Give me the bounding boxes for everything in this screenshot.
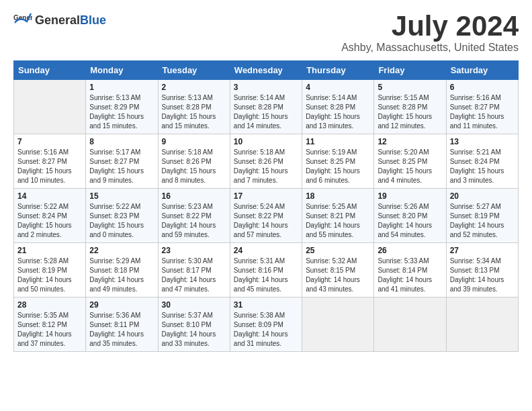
day-info: Sunrise: 5:15 AM Sunset: 8:28 PM Dayligh…: [378, 93, 442, 131]
calendar-cell: [14, 80, 86, 134]
day-number: 23: [162, 246, 226, 255]
day-info: Sunrise: 5:21 AM Sunset: 8:24 PM Dayligh…: [450, 148, 515, 185]
week-row-4: 21Sunrise: 5:28 AM Sunset: 8:19 PM Dayli…: [14, 243, 519, 298]
header-row: SundayMondayTuesdayWednesdayThursdayFrid…: [14, 61, 519, 80]
calendar-cell: 25Sunrise: 5:32 AM Sunset: 8:15 PM Dayli…: [302, 243, 374, 298]
day-info: Sunrise: 5:28 AM Sunset: 8:19 PM Dayligh…: [17, 257, 82, 294]
logo: General GeneralBlue: [13, 11, 106, 30]
day-number: 7: [17, 137, 82, 146]
day-number: 14: [17, 191, 82, 201]
day-info: Sunrise: 5:19 AM Sunset: 8:25 PM Dayligh…: [306, 148, 370, 185]
calendar-cell: 7Sunrise: 5:16 AM Sunset: 8:27 PM Daylig…: [14, 134, 86, 189]
calendar-cell: 13Sunrise: 5:21 AM Sunset: 8:24 PM Dayli…: [446, 134, 518, 189]
calendar-cell: 3Sunrise: 5:14 AM Sunset: 8:28 PM Daylig…: [230, 80, 302, 134]
day-info: Sunrise: 5:25 AM Sunset: 8:21 PM Dayligh…: [306, 202, 370, 240]
calendar-cell: 28Sunrise: 5:35 AM Sunset: 8:12 PM Dayli…: [14, 298, 86, 352]
day-info: Sunrise: 5:13 AM Sunset: 8:29 PM Dayligh…: [89, 93, 154, 131]
day-number: 8: [89, 137, 154, 146]
day-number: 29: [89, 300, 154, 310]
day-number: 26: [378, 246, 442, 255]
day-number: 2: [162, 83, 226, 92]
logo-icon: General: [13, 11, 32, 30]
calendar-cell: [446, 298, 518, 352]
day-number: 16: [162, 191, 226, 201]
header-day-sunday: Sunday: [14, 61, 86, 80]
main-title: July 2024: [341, 11, 519, 42]
day-info: Sunrise: 5:22 AM Sunset: 8:24 PM Dayligh…: [17, 202, 82, 240]
calendar-header: SundayMondayTuesdayWednesdayThursdayFrid…: [14, 61, 519, 80]
day-info: Sunrise: 5:33 AM Sunset: 8:14 PM Dayligh…: [378, 257, 442, 294]
calendar-cell: 15Sunrise: 5:22 AM Sunset: 8:23 PM Dayli…: [86, 189, 158, 243]
calendar-cell: 19Sunrise: 5:26 AM Sunset: 8:20 PM Dayli…: [374, 189, 446, 243]
calendar-cell: 11Sunrise: 5:19 AM Sunset: 8:25 PM Dayli…: [302, 134, 374, 189]
calendar-cell: 12Sunrise: 5:20 AM Sunset: 8:25 PM Dayli…: [374, 134, 446, 189]
day-info: Sunrise: 5:16 AM Sunset: 8:27 PM Dayligh…: [450, 93, 515, 131]
calendar-cell: 27Sunrise: 5:34 AM Sunset: 8:13 PM Dayli…: [446, 243, 518, 298]
day-number: 1: [89, 83, 154, 92]
header-day-wednesday: Wednesday: [230, 61, 302, 80]
calendar-cell: 16Sunrise: 5:23 AM Sunset: 8:22 PM Dayli…: [158, 189, 230, 243]
day-info: Sunrise: 5:26 AM Sunset: 8:20 PM Dayligh…: [378, 202, 442, 240]
day-number: 10: [234, 137, 298, 146]
calendar-cell: 22Sunrise: 5:29 AM Sunset: 8:18 PM Dayli…: [86, 243, 158, 298]
calendar-cell: [302, 298, 374, 352]
day-info: Sunrise: 5:14 AM Sunset: 8:28 PM Dayligh…: [234, 93, 298, 131]
calendar-cell: 14Sunrise: 5:22 AM Sunset: 8:24 PM Dayli…: [14, 189, 86, 243]
day-info: Sunrise: 5:20 AM Sunset: 8:25 PM Dayligh…: [378, 148, 442, 185]
calendar-cell: 18Sunrise: 5:25 AM Sunset: 8:21 PM Dayli…: [302, 189, 374, 243]
day-number: 4: [306, 83, 370, 92]
calendar-cell: 20Sunrise: 5:27 AM Sunset: 8:19 PM Dayli…: [446, 189, 518, 243]
week-row-2: 7Sunrise: 5:16 AM Sunset: 8:27 PM Daylig…: [14, 134, 519, 189]
calendar-cell: 8Sunrise: 5:17 AM Sunset: 8:27 PM Daylig…: [86, 134, 158, 189]
calendar-cell: 23Sunrise: 5:30 AM Sunset: 8:17 PM Dayli…: [158, 243, 230, 298]
day-number: 25: [306, 246, 370, 255]
day-number: 15: [89, 191, 154, 201]
day-info: Sunrise: 5:22 AM Sunset: 8:23 PM Dayligh…: [89, 202, 154, 240]
day-number: 13: [450, 137, 515, 146]
calendar-cell: 17Sunrise: 5:24 AM Sunset: 8:22 PM Dayli…: [230, 189, 302, 243]
day-info: Sunrise: 5:31 AM Sunset: 8:16 PM Dayligh…: [234, 257, 298, 294]
day-number: 24: [234, 246, 298, 255]
subtitle: Ashby, Massachusetts, United States: [341, 42, 519, 54]
day-info: Sunrise: 5:30 AM Sunset: 8:17 PM Dayligh…: [162, 257, 226, 294]
day-info: Sunrise: 5:34 AM Sunset: 8:13 PM Dayligh…: [450, 257, 515, 294]
calendar-cell: 9Sunrise: 5:18 AM Sunset: 8:26 PM Daylig…: [158, 134, 230, 189]
calendar-cell: 26Sunrise: 5:33 AM Sunset: 8:14 PM Dayli…: [374, 243, 446, 298]
day-info: Sunrise: 5:18 AM Sunset: 8:26 PM Dayligh…: [234, 148, 298, 185]
header-day-tuesday: Tuesday: [158, 61, 230, 80]
logo-general-text: General: [35, 13, 80, 27]
calendar-cell: 21Sunrise: 5:28 AM Sunset: 8:19 PM Dayli…: [14, 243, 86, 298]
header-day-friday: Friday: [374, 61, 446, 80]
week-row-1: 1Sunrise: 5:13 AM Sunset: 8:29 PM Daylig…: [14, 80, 519, 134]
calendar-cell: 5Sunrise: 5:15 AM Sunset: 8:28 PM Daylig…: [374, 80, 446, 134]
day-info: Sunrise: 5:24 AM Sunset: 8:22 PM Dayligh…: [234, 202, 298, 240]
day-info: Sunrise: 5:23 AM Sunset: 8:22 PM Dayligh…: [162, 202, 226, 240]
day-info: Sunrise: 5:32 AM Sunset: 8:15 PM Dayligh…: [306, 257, 370, 294]
day-number: 11: [306, 137, 370, 146]
day-info: Sunrise: 5:29 AM Sunset: 8:18 PM Dayligh…: [89, 257, 154, 294]
day-number: 21: [17, 246, 82, 255]
day-number: 30: [162, 300, 226, 310]
logo-blue-text: Blue: [80, 13, 106, 27]
header-day-thursday: Thursday: [302, 61, 374, 80]
calendar-cell: 29Sunrise: 5:36 AM Sunset: 8:11 PM Dayli…: [86, 298, 158, 352]
day-info: Sunrise: 5:18 AM Sunset: 8:26 PM Dayligh…: [162, 148, 226, 185]
calendar-cell: 24Sunrise: 5:31 AM Sunset: 8:16 PM Dayli…: [230, 243, 302, 298]
day-info: Sunrise: 5:37 AM Sunset: 8:10 PM Dayligh…: [162, 311, 226, 349]
day-info: Sunrise: 5:36 AM Sunset: 8:11 PM Dayligh…: [89, 311, 154, 349]
day-number: 5: [378, 83, 442, 92]
calendar-cell: 1Sunrise: 5:13 AM Sunset: 8:29 PM Daylig…: [86, 80, 158, 134]
week-row-5: 28Sunrise: 5:35 AM Sunset: 8:12 PM Dayli…: [14, 298, 519, 352]
day-number: 22: [89, 246, 154, 255]
day-info: Sunrise: 5:38 AM Sunset: 8:09 PM Dayligh…: [234, 311, 298, 349]
day-number: 12: [378, 137, 442, 146]
calendar-cell: 31Sunrise: 5:38 AM Sunset: 8:09 PM Dayli…: [230, 298, 302, 352]
calendar-table: SundayMondayTuesdayWednesdayThursdayFrid…: [13, 60, 519, 352]
header: General GeneralBlue July 2024 Ashby, Mas…: [13, 11, 519, 54]
day-number: 6: [450, 83, 515, 92]
calendar-cell: 2Sunrise: 5:13 AM Sunset: 8:28 PM Daylig…: [158, 80, 230, 134]
day-info: Sunrise: 5:17 AM Sunset: 8:27 PM Dayligh…: [89, 148, 154, 185]
day-number: 31: [234, 300, 298, 310]
day-number: 17: [234, 191, 298, 201]
day-number: 3: [234, 83, 298, 92]
